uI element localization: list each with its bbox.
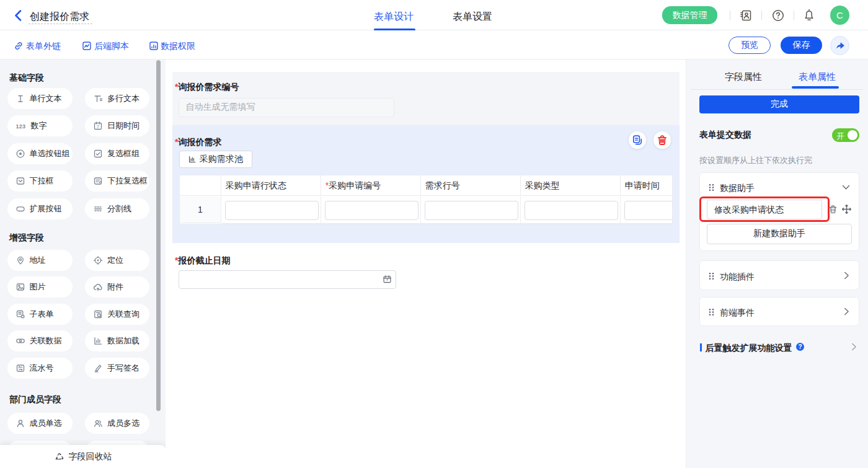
svg-text:7: 7	[97, 125, 99, 129]
svg-text:123: 123	[16, 123, 25, 130]
